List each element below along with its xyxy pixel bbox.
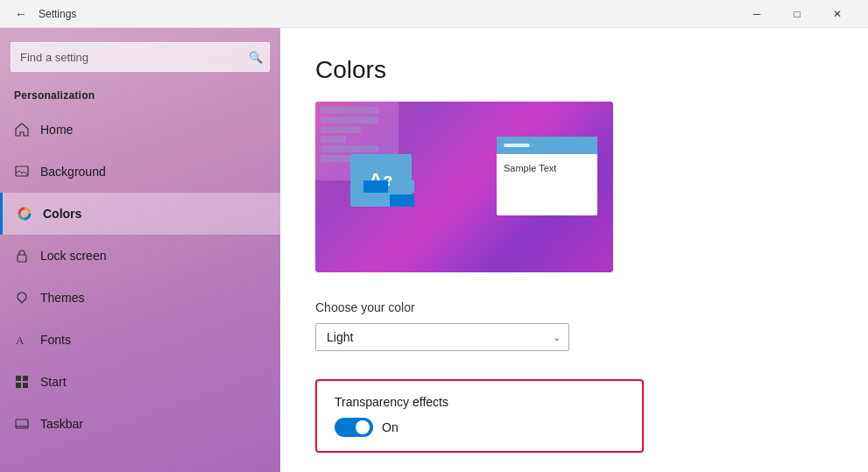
sidebar-item-start-label: Start xyxy=(40,375,67,389)
svg-rect-0 xyxy=(16,166,28,176)
color-dropdown-container: Light Dark Custom ⌄ xyxy=(315,323,569,351)
sidebar-section-label: Personalization xyxy=(0,86,280,109)
tile-2 xyxy=(390,180,414,193)
page-title: Colors xyxy=(315,56,833,84)
svg-rect-2 xyxy=(18,255,26,262)
sidebar: 🔍 Personalization Home Background xyxy=(0,28,280,472)
background-icon xyxy=(14,164,30,180)
taskbar-icon xyxy=(14,416,30,432)
minimize-button[interactable]: ─ xyxy=(737,0,777,28)
content-area: Colors Aa xyxy=(280,28,868,472)
search-container: 🔍 xyxy=(11,42,270,72)
transparency-title: Transparency effects xyxy=(335,395,625,409)
search-input[interactable] xyxy=(11,42,270,72)
svg-rect-5 xyxy=(23,376,28,381)
sidebar-item-themes[interactable]: Themes xyxy=(0,277,280,319)
transparency-toggle[interactable] xyxy=(335,418,373,437)
back-button[interactable]: ← xyxy=(11,4,32,25)
tile-4 xyxy=(390,194,414,207)
fonts-icon: A xyxy=(14,332,30,348)
close-button[interactable]: ✕ xyxy=(817,0,857,28)
preview-sample-text: Sample Text xyxy=(497,154,597,182)
tile-1 xyxy=(363,180,388,193)
preview-bar-3 xyxy=(321,126,361,133)
preview-bar-2 xyxy=(321,116,378,123)
themes-icon xyxy=(14,290,30,306)
preview-bar-dot xyxy=(504,144,530,147)
svg-rect-4 xyxy=(16,376,21,381)
preview-bar-4 xyxy=(321,136,346,143)
svg-text:A: A xyxy=(16,334,25,347)
sidebar-item-colors[interactable]: Colors xyxy=(0,193,280,235)
sidebar-item-home-label: Home xyxy=(40,123,73,137)
preview-tiles xyxy=(363,180,414,207)
sidebar-item-home[interactable]: Home xyxy=(0,109,280,151)
home-icon xyxy=(14,122,30,137)
preview-sample-card: Sample Text xyxy=(497,137,597,215)
titlebar: ← Settings ─ □ ✕ xyxy=(0,0,868,28)
sidebar-item-lock-screen-label: Lock screen xyxy=(40,249,106,263)
tile-3 xyxy=(363,194,388,207)
sidebar-item-start[interactable]: Start xyxy=(0,361,280,403)
sidebar-item-lock-screen[interactable]: Lock screen xyxy=(0,235,280,277)
color-dropdown[interactable]: Light Dark Custom xyxy=(315,323,569,351)
maximize-button[interactable]: □ xyxy=(777,0,817,28)
toggle-label: On xyxy=(382,420,399,434)
sidebar-item-fonts[interactable]: A Fonts xyxy=(0,319,280,361)
transparency-box: Transparency effects On xyxy=(315,379,644,453)
colors-icon xyxy=(17,206,32,222)
sidebar-item-colors-label: Colors xyxy=(43,207,81,221)
window-controls: ─ □ ✕ xyxy=(737,0,857,28)
toggle-knob xyxy=(356,420,370,434)
sidebar-item-taskbar-label: Taskbar xyxy=(40,417,83,431)
sidebar-item-taskbar[interactable]: Taskbar xyxy=(0,403,280,445)
color-preview: Aa Sample Text xyxy=(315,102,613,272)
svg-rect-7 xyxy=(23,383,28,388)
start-icon xyxy=(14,374,30,390)
svg-rect-6 xyxy=(16,383,21,388)
app-body: 🔍 Personalization Home Background xyxy=(0,28,868,472)
toggle-row: On xyxy=(335,418,625,437)
preview-bar-5 xyxy=(321,145,378,152)
lock-icon xyxy=(14,248,30,264)
sidebar-item-fonts-label: Fonts xyxy=(40,333,71,347)
sidebar-item-background[interactable]: Background xyxy=(0,151,280,193)
preview-sample-card-bar xyxy=(497,137,597,154)
choose-color-label: Choose your color xyxy=(315,300,833,314)
sidebar-item-background-label: Background xyxy=(40,165,106,179)
preview-bar-1 xyxy=(321,107,378,114)
sidebar-item-themes-label: Themes xyxy=(40,291,85,305)
app-title: Settings xyxy=(39,8,737,20)
